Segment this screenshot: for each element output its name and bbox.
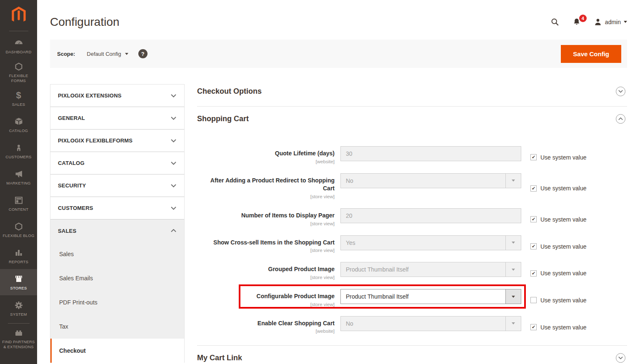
field-label-text: Enable Clear Shopping Cart <box>258 320 335 327</box>
items-display-pager-input <box>340 208 521 223</box>
field-label: Enable Clear Shopping Cart [website] <box>197 316 335 335</box>
sidebar-item-customers[interactable]: CUSTOMERS <box>0 138 37 164</box>
field-label-text: Quote Lifetime (days) <box>275 150 335 157</box>
sidebar-item-find-partners[interactable]: FIND PARTNERS & EXTENSIONS <box>0 325 37 352</box>
checkbox-checked-icon[interactable] <box>530 243 537 249</box>
collapse-chevron-down-icon[interactable] <box>616 87 625 96</box>
nav-section-pixlogix-extensions[interactable]: PIXLOGIX EXTENSIONS <box>50 85 184 107</box>
sidebar-item-content[interactable]: CONTENT <box>0 190 37 217</box>
config-nav: PIXLOGIX EXTENSIONS GENERAL PIXLOGIX FLE… <box>50 84 185 363</box>
chevron-down-icon <box>171 184 176 187</box>
sidebar-item-stores[interactable]: STORES <box>0 269 37 295</box>
use-system-value-toggle[interactable]: Use system value <box>530 173 627 200</box>
nav-section-catalog[interactable]: CATALOG <box>50 152 184 175</box>
scope-bar: Scope: Default Config ? Save Config <box>50 40 627 68</box>
checkbox-checked-icon[interactable] <box>530 185 537 192</box>
select-arrow-icon[interactable] <box>505 289 521 304</box>
group-header-checkout-options[interactable]: Checkout Options <box>197 84 627 106</box>
config-form: Checkout Options Shopping Cart Quote Lif… <box>197 84 627 364</box>
clear-shopping-cart-select: No <box>340 316 521 331</box>
nav-item-checkout[interactable]: Checkout <box>50 339 184 363</box>
use-system-value-toggle[interactable]: Use system value <box>530 262 627 281</box>
save-config-button[interactable]: Save Config <box>561 45 621 63</box>
field-scope-note: [store view] <box>197 220 335 227</box>
search-icon[interactable] <box>550 17 560 27</box>
sidebar-item-flexible-forms[interactable]: FLEXIBLE FORMS <box>0 59 37 85</box>
group-header-shopping-cart[interactable]: Shopping Cart <box>197 107 627 134</box>
nav-item-pdf-print-outs[interactable]: PDF Print-outs <box>50 290 184 314</box>
configurable-product-image-select[interactable]: Product Thumbnail Itself <box>340 289 521 304</box>
user-icon <box>594 18 602 26</box>
nav-item-sales[interactable]: Sales <box>50 242 184 266</box>
use-system-value-label: Use system value <box>540 324 586 331</box>
use-system-value-toggle[interactable]: Use system value <box>530 208 627 227</box>
sidebar-item-reports[interactable]: REPORTS <box>0 243 37 269</box>
admin-menu[interactable]: admin <box>594 18 627 26</box>
group-header-my-cart-link[interactable]: My Cart Link <box>197 346 627 364</box>
quote-lifetime-input <box>340 146 521 161</box>
field-label: Quote Lifetime (days) [website] <box>197 146 335 165</box>
nav-section-label: PIXLOGIX FLEXIBLEFORMS <box>58 137 132 144</box>
collapse-chevron-up-icon[interactable] <box>616 114 625 124</box>
use-system-value-toggle[interactable]: Use system value <box>530 235 627 254</box>
field-label: Number of Items to Display Pager [store … <box>197 208 335 227</box>
nav-item-label: Sales <box>59 251 74 257</box>
sidebar-divider <box>8 323 30 324</box>
select-value: Product Thumbnail Itself <box>346 293 409 300</box>
chevron-down-icon <box>171 117 176 120</box>
checkbox-checked-icon[interactable] <box>530 154 537 160</box>
checkbox-checked-icon[interactable] <box>530 270 537 277</box>
brick-icon <box>14 328 24 338</box>
chevron-down-icon <box>171 139 176 142</box>
select-arrow-icon <box>505 317 521 331</box>
sidebar-item-flexible-blog[interactable]: FLEXIBLE BLOG <box>0 217 37 243</box>
page-title: Configuration <box>50 15 550 29</box>
chevron-up-icon <box>171 229 176 232</box>
sidebar-item-label: FLEXIBLE BLOG <box>3 233 35 238</box>
nav-sales-subitems: Sales Sales Emails PDF Print-outs Tax Ch… <box>50 242 184 363</box>
main-content: Configuration 4 admin Scope: Default Con… <box>37 0 640 364</box>
sidebar-item-dashboard[interactable]: DASHBOARD <box>0 33 37 59</box>
nav-section-general[interactable]: GENERAL <box>50 107 184 130</box>
nav-item-sales-emails[interactable]: Sales Emails <box>50 266 184 290</box>
nav-section-pixlogix-flexibleforms[interactable]: PIXLOGIX FLEXIBLEFORMS <box>50 130 184 152</box>
shopping-cart-fields: Quote Lifetime (days) [website] Use syst… <box>197 134 627 345</box>
checkbox-unchecked-icon[interactable] <box>530 297 537 303</box>
field-label: Show Cross-sell Items in the Shopping Ca… <box>197 235 335 254</box>
chevron-down-icon <box>125 53 128 55</box>
checkbox-checked-icon[interactable] <box>530 216 537 222</box>
checkbox-checked-icon[interactable] <box>530 324 537 330</box>
sidebar-item-sales[interactable]: $ SALES <box>0 85 37 112</box>
nav-section-sales[interactable]: SALES <box>50 219 184 242</box>
select-value: Yes <box>346 239 355 246</box>
group-title: Shopping Cart <box>197 115 249 123</box>
magento-logo[interactable] <box>0 0 37 31</box>
nav-section-security[interactable]: SECURITY <box>50 175 184 197</box>
bar-chart-icon <box>14 248 24 258</box>
field-row-grouped-product-image: Grouped Product Image [store view] Produ… <box>197 262 627 281</box>
nav-section-label: PIXLOGIX EXTENSIONS <box>58 92 122 99</box>
field-control: No <box>340 316 521 335</box>
sidebar-item-system[interactable]: SYSTEM <box>0 295 37 322</box>
header-actions: 4 admin <box>550 17 627 27</box>
use-system-value-toggle[interactable]: Use system value <box>530 146 627 165</box>
use-system-value-toggle[interactable]: Use system value <box>530 289 627 308</box>
field-scope-note: [store view] <box>197 247 335 254</box>
sidebar-item-label: REPORTS <box>9 259 28 264</box>
field-scope-note: [website] <box>197 328 335 334</box>
hexagon-icon <box>14 62 23 72</box>
scope-switcher[interactable]: Default Config <box>87 51 128 57</box>
select-value: No <box>346 177 353 184</box>
nav-item-tax[interactable]: Tax <box>50 314 184 339</box>
nav-section-label: SECURITY <box>58 182 86 189</box>
field-control: No <box>340 173 521 200</box>
nav-section-customers[interactable]: CUSTOMERS <box>50 197 184 219</box>
help-icon[interactable]: ? <box>138 49 148 58</box>
use-system-value-label: Use system value <box>540 243 586 250</box>
collapse-chevron-down-icon[interactable] <box>616 353 625 363</box>
sidebar-item-marketing[interactable]: MARKETING <box>0 164 37 190</box>
use-system-value-toggle[interactable]: Use system value <box>530 316 627 335</box>
sidebar-item-catalog[interactable]: CATALOG <box>0 112 37 138</box>
notifications-button[interactable]: 4 <box>572 17 581 27</box>
notification-badge: 4 <box>579 15 587 22</box>
